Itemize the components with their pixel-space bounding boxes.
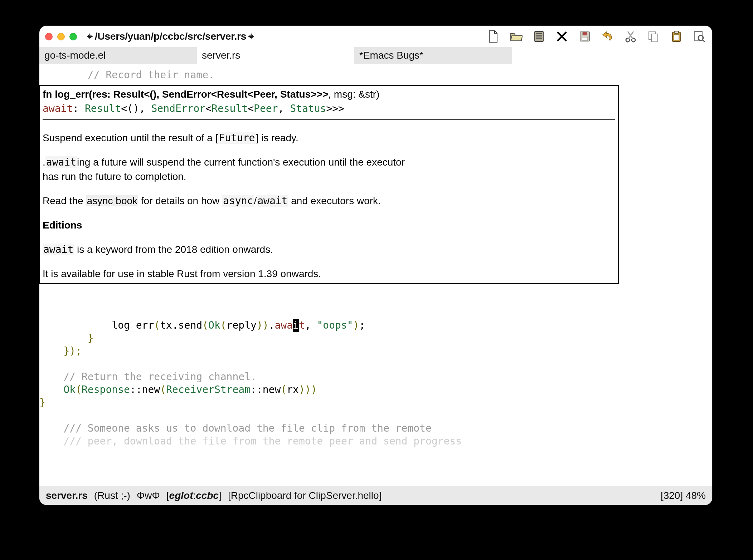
search-icon[interactable] [692,29,706,44]
saved-marker-right-icon: ⌖ [248,31,254,43]
doc-line-5: await is a keyword from the 2018 edition… [43,242,615,257]
svg-rect-6 [583,32,587,35]
code-bottom: log_err(tx.send(Ok(reply)).await, "oops"… [39,314,462,448]
editions-header: Editions [43,218,615,232]
modeline-eglot: [eglot:ccbc] [166,490,222,501]
cut-icon[interactable] [623,29,638,44]
modeline-file: server.rs [46,490,88,501]
svg-point-7 [626,38,630,42]
undo-icon[interactable] [601,29,615,44]
zoom-window-button[interactable] [69,33,77,40]
modeline-phi: ΦwΦ [137,490,160,501]
doc-line-4: Read the async book for details on how a… [43,194,615,208]
svg-rect-10 [651,34,658,42]
titlebar: ⌖ /Users/yuan/p/ccbc/src/server.rs ⌖ [39,26,712,47]
future-code: Future [218,132,256,144]
title-path-text: /Users/yuan/p/ccbc/src/server.rs [95,31,246,42]
sig-bold: fn log_err(res: Result<(), SendError<Res… [43,89,328,100]
close-window-button[interactable] [45,33,53,40]
svg-point-8 [632,38,635,42]
doc-line-3: has run the future to completion. [43,170,615,184]
window-controls [45,33,77,40]
tab-server-rs[interactable]: server.rs [197,47,354,64]
modeline-which-function: [RpcClipboard for ClipServer.hello] [228,490,382,501]
async-book-link[interactable]: async book [86,195,138,206]
svg-rect-1 [536,33,542,34]
signature-line: fn log_err(res: Result<(), SendError<Res… [43,87,615,102]
popup-rule [43,119,615,120]
signature-type-line: await: Result<(), SendError<Result<Peer,… [43,102,615,116]
doc-line-6: It is available for use in stable Rust f… [43,267,615,281]
save-icon[interactable] [578,29,592,44]
toolbar [486,29,706,44]
tab-go-ts-mode[interactable]: go-ts-mode.el [39,47,197,64]
doc-line-1: Suspend execution until the result of a … [43,131,615,145]
text-cursor: i [293,319,299,332]
directory-icon[interactable] [532,29,546,44]
sig-tail: , msg: &str) [328,89,379,100]
code-top: // Record their name. [39,64,712,82]
svg-rect-5 [582,37,588,40]
editor-window: ⌖ /Users/yuan/p/ccbc/src/server.rs ⌖ [39,26,712,505]
svg-rect-13 [674,35,679,40]
open-icon[interactable] [509,29,523,44]
svg-rect-2 [536,35,542,36]
svg-rect-12 [674,31,679,33]
svg-rect-3 [536,38,542,39]
copy-icon[interactable] [646,29,661,44]
paste-icon[interactable] [669,29,684,44]
modeline-position: [320] 48% [661,490,706,501]
doc-line-2: .awaiting a future will suspend the curr… [43,155,615,170]
tab-bar: go-ts-mode.el server.rs *Emacs Bugs* [39,47,712,64]
popup-short-rule [43,122,114,122]
code-buffer[interactable]: // Record their name. fn log_err(res: Re… [39,64,712,486]
title-path: ⌖ /Users/yuan/p/ccbc/src/server.rs ⌖ [87,31,254,43]
minimize-window-button[interactable] [57,33,65,40]
new-file-icon[interactable] [486,29,500,44]
code-comment: // Record their name. [88,69,214,81]
tab-emacs-bugs[interactable]: *Emacs Bugs* [354,47,512,64]
hover-doc-popup: fn log_err(res: Result<(), SendError<Res… [39,85,619,284]
modeline-mode: (Rust ;-) [94,490,130,501]
close-icon[interactable] [555,29,569,44]
saved-marker-left-icon: ⌖ [87,31,93,43]
await-kw: await [43,103,73,114]
modeline: server.rs (Rust ;-) ΦwΦ [eglot:ccbc] [Rp… [39,486,712,505]
